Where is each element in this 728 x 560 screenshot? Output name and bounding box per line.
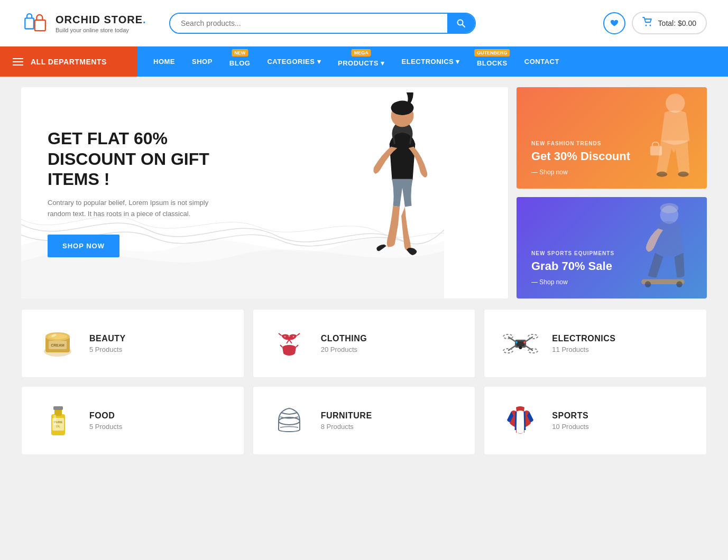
sports-name: SPORTS	[552, 411, 588, 421]
nav-link-contact[interactable]: CONTACT	[517, 48, 567, 75]
hero-content: GET FLAT 60% DISCOUNT ON GIFT ITEMS ! Co…	[21, 107, 254, 278]
svg-point-26	[288, 335, 290, 337]
svg-point-14	[660, 203, 679, 213]
food-image: PURE OIL	[36, 399, 79, 442]
search-icon	[457, 19, 465, 27]
nav-bar: ALL DEPARTMENTS HOME SHOP NEW BLOG CATEG…	[0, 46, 728, 77]
clothing-image	[268, 322, 310, 365]
svg-point-36	[503, 349, 513, 353]
category-card-food[interactable]: PURE OIL FOOD 5 Products	[21, 386, 244, 455]
fashion-shop-now-link[interactable]: — Shop now	[531, 169, 630, 176]
svg-point-39	[515, 341, 518, 343]
nav-link-home[interactable]: HOME	[146, 48, 182, 75]
svg-rect-47	[53, 415, 56, 425]
nav-link-categories[interactable]: CATEGORIES ▾	[260, 48, 328, 75]
logo-dot: .	[143, 14, 146, 25]
svg-rect-43	[53, 406, 63, 410]
fashion-banner-title: Get 30% Discount	[531, 150, 630, 163]
category-card-clothing[interactable]: CLOTHING 20 Products	[253, 309, 476, 378]
sports-count: 10 Products	[552, 423, 588, 431]
svg-point-40	[523, 341, 526, 343]
nav-item-products: MEGA PRODUCTS ▾	[330, 46, 392, 77]
electronics-image	[499, 322, 541, 365]
nav-item-electronics: ELECTRONICS ▾	[394, 48, 467, 75]
electronics-info: ELECTRONICS 11 Products	[552, 334, 615, 353]
hero-title: GET FLAT 60% DISCOUNT ON GIFT ITEMS !	[48, 128, 227, 189]
search-bar	[169, 13, 476, 34]
hero-banner: GET FLAT 60% DISCOUNT ON GIFT ITEMS ! Co…	[21, 87, 508, 298]
clothing-icon	[271, 325, 308, 362]
logo-subtitle: Build your online store today	[56, 27, 146, 33]
electronics-name: ELECTRONICS	[552, 334, 615, 343]
sports-shop-now-link[interactable]: — Shop now	[531, 278, 614, 286]
search-input[interactable]	[170, 14, 447, 33]
svg-point-37	[528, 349, 538, 353]
beauty-info: BEAUTY 5 Products	[89, 334, 126, 353]
svg-point-38	[519, 346, 522, 349]
search-area	[169, 13, 584, 34]
category-card-sports[interactable]: FC SPORTS 10 Products	[484, 386, 707, 455]
fashion-banner-eyebrow: NEW FASHION TRENDS	[531, 141, 630, 146]
furniture-info: FURNITURE 8 Products	[321, 411, 372, 431]
svg-text:FC: FC	[518, 416, 523, 419]
sports-banner-content: NEW SPORTS EQUIPMENTS Grab 70% Sale — Sh…	[531, 250, 614, 286]
food-icon: PURE OIL	[41, 401, 75, 441]
cart-icon	[642, 17, 653, 29]
nav-item-blog: NEW BLOG	[222, 46, 258, 77]
hero-section: GET FLAT 60% DISCOUNT ON GIFT ITEMS ! Co…	[21, 87, 707, 298]
logo-name: ORCHID STORE	[56, 14, 143, 25]
fashion-banner[interactable]: NEW FASHION TRENDS Get 30% Discount — Sh…	[517, 87, 707, 189]
svg-text:CREAM: CREAM	[51, 343, 64, 347]
nav-link-electronics[interactable]: ELECTRONICS ▾	[394, 48, 467, 75]
nav-item-home: HOME	[146, 48, 182, 75]
categories-grid: CREAM BEAUTY 5 Products	[21, 309, 707, 455]
hamburger-icon	[13, 58, 23, 66]
heart-icon	[610, 20, 619, 27]
all-departments-button[interactable]: ALL DEPARTMENTS	[0, 46, 137, 77]
hero-person-figure	[328, 92, 476, 298]
search-button[interactable]	[447, 14, 475, 33]
svg-point-34	[503, 334, 513, 339]
food-count: 5 Products	[89, 423, 122, 431]
sports-image: FC	[499, 399, 541, 442]
furniture-icon	[271, 401, 308, 441]
svg-rect-0	[25, 18, 34, 29]
svg-line-3	[463, 24, 465, 27]
svg-point-21	[48, 334, 67, 339]
furniture-name: FURNITURE	[321, 411, 372, 421]
nav-links: HOME SHOP NEW BLOG CATEGORIES ▾ MEGA PRO…	[137, 46, 575, 77]
category-card-furniture[interactable]: FURNITURE 8 Products	[253, 386, 476, 455]
fashion-banner-content: NEW FASHION TRENDS Get 30% Discount — Sh…	[531, 141, 630, 176]
svg-point-9	[666, 94, 685, 113]
sports-info: SPORTS 10 Products	[552, 411, 588, 431]
nav-item-blocks: GUTENBERG BLOCKS	[469, 46, 515, 77]
beauty-name: BEAUTY	[89, 334, 126, 343]
clothing-count: 20 Products	[321, 346, 367, 353]
nav-link-shop[interactable]: SHOP	[185, 48, 220, 75]
cart-total: Total: $0.00	[658, 19, 696, 27]
food-info: FOOD 5 Products	[89, 411, 122, 431]
clothing-info: CLOTHING 20 Products	[321, 334, 367, 353]
sports-banner[interactable]: NEW SPORTS EQUIPMENTS Grab 70% Sale — Sh…	[517, 197, 707, 298]
beauty-icon: CREAM	[39, 325, 76, 362]
svg-point-16	[645, 281, 651, 287]
furniture-image	[268, 399, 310, 442]
header: ORCHID STORE. Build your online store to…	[0, 0, 728, 46]
svg-point-25	[284, 336, 285, 338]
logo-area: ORCHID STORE. Build your online store to…	[21, 8, 159, 38]
svg-point-4	[645, 25, 647, 26]
products-badge: MEGA	[352, 49, 371, 57]
nav-item-shop: SHOP	[185, 48, 220, 75]
shop-now-button[interactable]: SHOP NOW	[48, 235, 119, 257]
sports-banner-title: Grab 70% Sale	[531, 259, 614, 273]
category-card-beauty[interactable]: CREAM BEAUTY 5 Products	[21, 309, 244, 378]
cart-button[interactable]: Total: $0.00	[632, 12, 707, 34]
svg-point-35	[528, 334, 538, 339]
category-card-electronics[interactable]: ELECTRONICS 11 Products	[484, 309, 707, 378]
wishlist-button[interactable]	[603, 12, 625, 34]
nav-item-contact: CONTACT	[517, 48, 567, 75]
svg-point-12	[678, 172, 688, 177]
blocks-badge: GUTENBERG	[474, 49, 510, 57]
blog-badge: NEW	[232, 49, 248, 57]
header-icons: Total: $0.00	[603, 12, 707, 34]
